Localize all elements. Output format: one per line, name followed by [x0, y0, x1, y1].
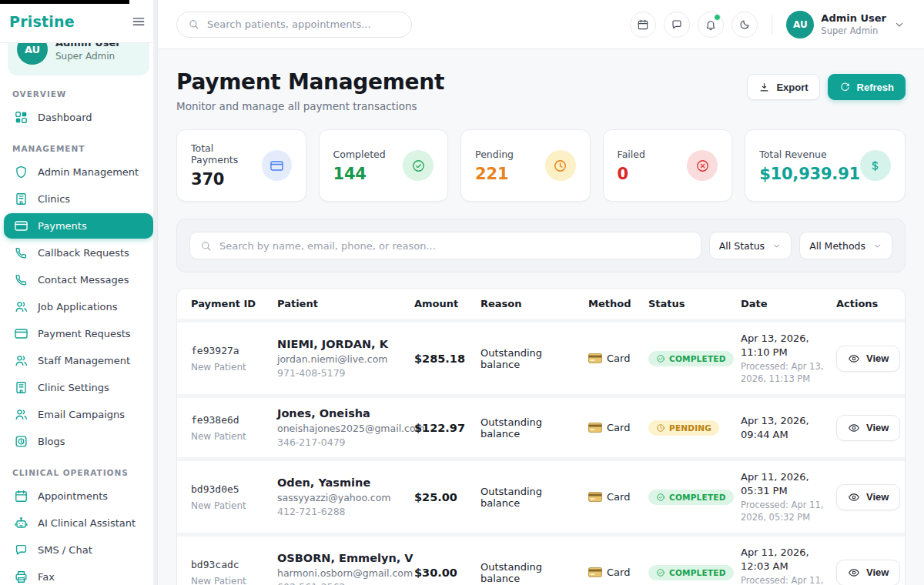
stat-value: $10,939.91	[759, 165, 860, 183]
patient-email: jordan.niemi@live.com	[277, 353, 414, 365]
amount: $25.00	[414, 491, 480, 503]
patient-type: New Patient	[191, 500, 277, 511]
status-filter-select[interactable]: All Status	[709, 232, 792, 259]
patient-email: harmoni.osborn@gmail.com	[277, 567, 414, 579]
method: Card	[588, 567, 648, 578]
table-row[interactable]: fe93927a New Patient NIEMI, JORDAN, K jo…	[177, 323, 905, 398]
credit-card-icon	[588, 567, 602, 577]
topbar: AU Admin User Super Admin	[158, 0, 924, 49]
stat-icon-circle	[545, 150, 576, 181]
sidebar-item[interactable]: Contact Messages	[4, 267, 153, 292]
check-circle-icon	[656, 354, 665, 363]
stats-row: Total Payments 370 Completed 144	[176, 129, 906, 202]
table-row[interactable]: bd93d0e5 New Patient Oden, Yasmine sassy…	[177, 461, 905, 537]
table-search[interactable]	[189, 232, 701, 259]
sidebar-item[interactable]: Payments	[4, 213, 153, 239]
stat-card: Completed 144	[319, 129, 449, 202]
patient-name: Jones, Oneisha	[277, 407, 414, 420]
avatar: AU	[786, 11, 814, 38]
table-row[interactable]: fe938e6d New Patient Jones, Oneisha onei…	[177, 398, 905, 461]
global-search-input[interactable]	[207, 18, 400, 30]
column-header: Reason	[480, 298, 588, 309]
sidebar-item[interactable]: Staff Management	[4, 348, 153, 373]
sidebar-item-label: Payment Requests	[38, 328, 131, 339]
view-button[interactable]: View	[836, 560, 900, 585]
users-icon	[14, 407, 28, 422]
payment-date: Apr 13, 2026, 11:10 PM	[741, 332, 827, 359]
sidebar-item-label: Admin Management	[38, 166, 139, 178]
export-button[interactable]: Export	[747, 74, 819, 100]
stat-icon-circle	[262, 150, 292, 181]
fax-icon	[14, 570, 28, 584]
sidebar-item[interactable]: Clinic Settings	[4, 375, 153, 400]
sidebar-item[interactable]: AI Clinical Assistant	[4, 510, 153, 536]
sidebar-item[interactable]: Clinics	[4, 186, 153, 212]
global-search[interactable]	[176, 12, 412, 38]
sidebar-item-label: AI Clinical Assistant	[38, 517, 136, 529]
sidebar-item-label: Blogs	[38, 436, 65, 447]
sidebar-section: CLINICAL OPERATIONS Appointments AI Clin…	[0, 468, 157, 585]
stat-card: Total Revenue $10,939.91	[745, 129, 906, 202]
view-button[interactable]: View	[836, 484, 900, 510]
sidebar-header: Pristine	[0, 0, 157, 43]
stat-label: Total Payments	[191, 142, 262, 165]
eye-icon	[848, 491, 860, 503]
payment-id: bd93d0e5	[191, 483, 277, 495]
stat-icon-circle	[403, 150, 434, 181]
sidebar-item[interactable]: SMS / Chat	[4, 537, 153, 563]
sidebar-section-label: CLINICAL OPERATIONS	[12, 468, 145, 477]
filter-bar: All Status All Methods	[176, 219, 906, 272]
table-row[interactable]: bd93cadc New Patient OSBORN, Emmelyn, V …	[177, 537, 905, 585]
sidebar-item[interactable]: Job Applications	[4, 294, 153, 319]
notifications-button[interactable]	[698, 12, 724, 38]
header-actions: Export Refresh	[747, 74, 906, 100]
user-menu[interactable]: AU Admin User Super Admin	[786, 11, 906, 38]
sidebar-item[interactable]: Appointments	[4, 483, 153, 509]
sidebar-item[interactable]: Admin Management	[4, 159, 153, 185]
calendar-icon	[14, 489, 28, 503]
sidebar-item-label: Appointments	[38, 490, 108, 502]
eye-icon	[848, 353, 860, 365]
method: Card	[588, 353, 648, 364]
sidebar-item[interactable]: Payment Requests	[4, 321, 153, 346]
brand-logo: Pristine	[9, 13, 75, 30]
dark-mode-button[interactable]	[732, 12, 758, 38]
calendar-button[interactable]	[630, 12, 656, 38]
method: Card	[588, 422, 648, 433]
method-filter-select[interactable]: All Methods	[799, 232, 892, 259]
stat-value: 144	[333, 165, 386, 183]
chevron-down-icon	[893, 18, 906, 31]
page-subtitle: Monitor and manage all payment transacti…	[176, 100, 444, 112]
payment-id: fe93927a	[191, 345, 277, 356]
stat-label: Completed	[333, 149, 386, 160]
stat-card: Failed 0	[603, 129, 733, 202]
view-button[interactable]: View	[836, 346, 900, 372]
table-search-input[interactable]	[219, 240, 691, 252]
sidebar-item[interactable]: Email Campaigns	[4, 402, 153, 427]
sidebar-scrollbar[interactable]	[153, 0, 157, 585]
status-badge: COMPLETED	[648, 565, 734, 580]
sidebar-item[interactable]: Fax	[4, 564, 153, 585]
stat-label: Pending	[475, 149, 514, 160]
sidebar-item[interactable]: Dashboard	[4, 105, 153, 130]
sidebar-user-card[interactable]: AU Admin User Super Admin	[8, 43, 149, 75]
x-circle-icon	[695, 159, 710, 173]
stat-icon-circle	[860, 150, 891, 181]
column-header: Patient	[277, 298, 414, 309]
menu-icon[interactable]	[131, 14, 146, 29]
card-icon	[14, 326, 28, 341]
refresh-button[interactable]: Refresh	[828, 74, 906, 100]
messages-button[interactable]	[664, 12, 690, 38]
sidebar-item-label: Contact Messages	[38, 274, 129, 286]
main-area: AU Admin User Super Admin Payment Manage…	[158, 0, 924, 585]
sidebar-item-label: Staff Management	[38, 355, 130, 366]
check-circle-icon	[411, 159, 426, 173]
avatar: AU	[17, 43, 48, 65]
sidebar-item[interactable]: Blogs	[4, 429, 153, 454]
content: Payment Management Monitor and manage al…	[158, 49, 924, 585]
view-button[interactable]: View	[836, 415, 900, 441]
topbar-actions: AU Admin User Super Admin	[630, 11, 906, 38]
sidebar-item-label: Clinic Settings	[38, 382, 109, 393]
sidebar-item[interactable]: Callback Requests	[4, 240, 153, 266]
patient-phone: 412-721-6288	[277, 506, 414, 517]
